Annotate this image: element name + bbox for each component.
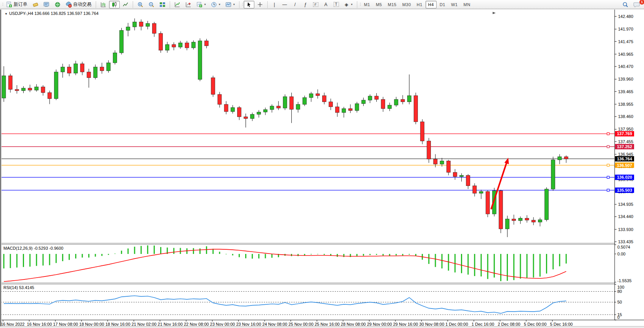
line-chart-icon xyxy=(122,2,128,8)
indicators-icon xyxy=(174,2,180,8)
auto-trading-button[interactable]: 自动交易 xyxy=(63,1,94,8)
candlestick-chart-icon xyxy=(111,2,117,8)
svg-text:141.970: 141.970 xyxy=(618,27,633,31)
timeframe-d1[interactable]: D1 xyxy=(437,1,448,8)
timeframe-m15[interactable]: M15 xyxy=(385,1,399,8)
svg-text:137.252: 137.252 xyxy=(617,144,632,149)
toolbar-grip[interactable]: ⁞ xyxy=(360,2,360,6)
notification-badge: 1 xyxy=(639,0,644,5)
indicators-button[interactable] xyxy=(172,1,183,8)
line-chart-button[interactable] xyxy=(120,1,131,8)
toolbar-grip[interactable]: ⁞ xyxy=(2,2,3,6)
chart-shift-marker[interactable] xyxy=(493,12,496,14)
clock-icon xyxy=(211,2,217,8)
timeframe-h1[interactable]: H1 xyxy=(414,1,425,8)
arrows-tool-dropdown[interactable]: ◈▾ xyxy=(342,1,355,8)
dropdown-caret-icon: ▾ xyxy=(233,3,235,6)
svg-text:136.507: 136.507 xyxy=(617,163,632,168)
svg-text:137.769: 137.769 xyxy=(617,131,632,136)
tickets-button[interactable] xyxy=(30,1,41,8)
arrows-icon: ◈ xyxy=(344,2,349,7)
objects-list-button[interactable] xyxy=(183,1,194,8)
macd-panel[interactable] xyxy=(4,246,566,282)
one-click-trading-arrow-icon[interactable]: ▼ xyxy=(5,12,8,16)
timeframe-m30[interactable]: M30 xyxy=(400,1,414,8)
svg-text:140.470: 140.470 xyxy=(618,64,633,69)
objects-list-icon xyxy=(185,2,191,8)
crosshair-icon xyxy=(257,2,263,8)
axes[interactable]: 142.480141.970141.475140.965140.470139.9… xyxy=(0,10,644,328)
tile-windows-button[interactable] xyxy=(157,1,168,8)
chart-canvas[interactable]: 142.480141.970141.475140.965140.470139.9… xyxy=(0,10,644,328)
editor-button[interactable] xyxy=(41,1,52,8)
auto-trading-label: 自动交易 xyxy=(73,1,92,8)
horizontal-line-objects[interactable] xyxy=(1,132,615,191)
crosshair-tool-button[interactable] xyxy=(255,1,265,8)
timeframe-h4[interactable]: H4 xyxy=(426,1,437,8)
market-depth-button[interactable] xyxy=(52,1,63,8)
candles-layer xyxy=(2,18,568,237)
zoom-out-button[interactable] xyxy=(146,1,157,8)
bar-chart-button[interactable] xyxy=(98,1,109,8)
bar-chart-icon xyxy=(100,2,106,8)
trendline-tool[interactable]: / xyxy=(290,1,300,8)
timeframe-m1[interactable]: M1 xyxy=(361,1,373,8)
svg-text:134.440: 134.440 xyxy=(618,214,633,219)
fibonacci-icon: ƒ xyxy=(303,2,308,7)
svg-text:138.460: 138.460 xyxy=(618,114,633,119)
toolbar: ⁞ 新订单 xyxy=(0,0,644,9)
horizontal-line-tool[interactable]: — xyxy=(280,1,290,8)
fibonacci-tool[interactable]: ƒ xyxy=(300,1,310,8)
chart-title: ▼USDJPY-,H4 136.666 136.825 136.597 136.… xyxy=(5,11,98,16)
label-tool[interactable]: T xyxy=(331,1,341,8)
mt4-window: ⁞ 新订单 xyxy=(0,0,644,328)
toolbar-separator xyxy=(133,1,133,8)
toolbar-separator xyxy=(239,1,239,8)
svg-text:136.945: 136.945 xyxy=(618,152,633,157)
new-order-label: 新订单 xyxy=(14,1,27,8)
channel-tool[interactable]: F xyxy=(311,1,321,8)
svg-text:133.435: 133.435 xyxy=(618,239,633,244)
text-icon: A xyxy=(323,2,329,7)
svg-text:136.764: 136.764 xyxy=(617,157,633,161)
trendline-icon: / xyxy=(292,2,298,7)
toolbar-separator xyxy=(170,1,170,8)
channel-icon: F xyxy=(313,2,318,7)
svg-text:136.020: 136.020 xyxy=(617,175,632,179)
svg-text:142.480: 142.480 xyxy=(618,14,633,19)
text-tool[interactable]: A xyxy=(321,1,331,8)
period-dropdown[interactable]: ▾ xyxy=(209,1,223,8)
candlestick-chart-button[interactable] xyxy=(109,1,120,8)
window-left-border xyxy=(0,10,2,326)
cursor-tool-button[interactable] xyxy=(244,1,254,8)
zoom-in-button[interactable] xyxy=(135,1,146,8)
timeframe-mn[interactable]: MN xyxy=(461,1,473,8)
zoom-out-icon xyxy=(148,2,154,8)
dropdown-caret-icon: ▾ xyxy=(204,3,206,6)
label-icon: T xyxy=(334,2,339,7)
svg-text:50: 50 xyxy=(617,300,622,304)
editor-icon xyxy=(43,2,50,8)
price-chart-svg[interactable]: 142.480141.970141.475140.965140.470139.9… xyxy=(0,10,644,328)
rsi-panel[interactable] xyxy=(1,291,615,315)
main-price-panel[interactable] xyxy=(1,12,615,237)
search-icon xyxy=(622,2,628,8)
svg-text:0.00: 0.00 xyxy=(617,252,625,256)
svg-text:137.455: 137.455 xyxy=(618,139,633,144)
dropdown-caret-icon: ▾ xyxy=(351,3,353,6)
notifications-button[interactable]: 1 xyxy=(631,1,642,8)
template-dropdown[interactable]: ▾ xyxy=(223,1,237,8)
new-order-button[interactable]: 新订单 xyxy=(4,1,30,8)
timeframe-m5[interactable]: M5 xyxy=(373,1,385,8)
toolbar-grip[interactable]: ⁞ xyxy=(242,2,243,6)
new-chart-dropdown[interactable]: ▾ xyxy=(194,1,208,8)
toolbar-separator xyxy=(357,1,357,8)
svg-text:100: 100 xyxy=(617,285,624,289)
vertical-line-tool[interactable]: | xyxy=(270,1,279,8)
search-button[interactable] xyxy=(620,1,631,8)
svg-text:80: 80 xyxy=(617,289,622,294)
horizontal-line-icon: — xyxy=(282,2,287,7)
rsi-indicator-label: RSI(14) 53.4145 xyxy=(3,285,34,290)
svg-text:133.930: 133.930 xyxy=(618,227,633,232)
timeframe-w1[interactable]: W1 xyxy=(448,1,461,8)
